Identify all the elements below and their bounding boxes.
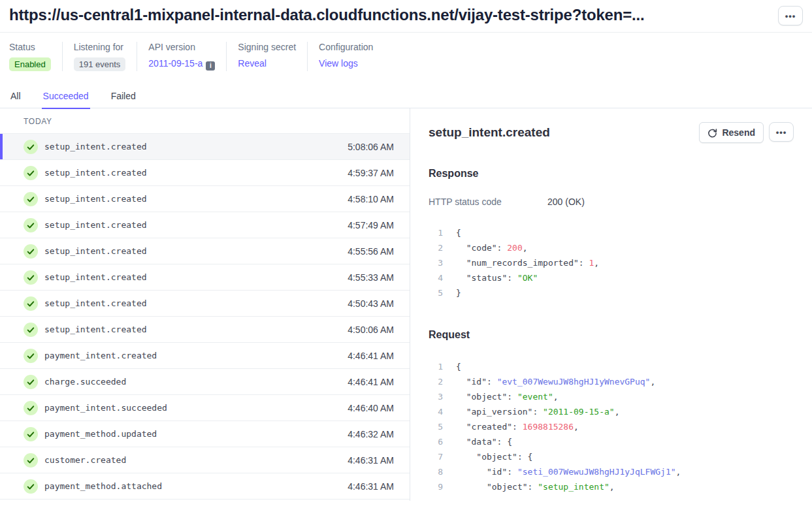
code-line: 9 "object": "setup_intent", bbox=[429, 479, 794, 494]
event-row[interactable]: setup_intent.created4:50:06 AM bbox=[0, 317, 410, 343]
filter-tabs: AllSucceededFailed bbox=[0, 82, 812, 108]
success-check-icon bbox=[24, 192, 38, 206]
selected-indicator-bar bbox=[0, 134, 3, 159]
info-icon: i bbox=[206, 61, 215, 71]
api-version-label: API version bbox=[148, 42, 215, 52]
code-text: "object": "event", bbox=[443, 389, 559, 404]
view-logs-link[interactable]: View logs bbox=[319, 58, 358, 69]
event-time: 4:55:56 AM bbox=[348, 246, 394, 257]
code-text: "id": "evt_007WewuJW8hgHJ1yWnevGPuq", bbox=[443, 374, 655, 389]
line-number: 2 bbox=[429, 374, 443, 389]
code-text: { bbox=[443, 225, 461, 240]
status-label: Status bbox=[9, 42, 51, 52]
date-section-header: TODAY bbox=[0, 108, 410, 134]
line-number: 2 bbox=[429, 240, 443, 255]
event-name: setup_intent.created bbox=[44, 298, 147, 308]
success-check-icon bbox=[24, 479, 38, 494]
meta-group-status: Status Enabled bbox=[9, 42, 62, 71]
ellipsis-icon: ••• bbox=[785, 11, 796, 21]
event-row[interactable]: payment_intent.created4:46:41 AM bbox=[0, 343, 410, 369]
event-row[interactable]: setup_intent.created4:50:43 AM bbox=[0, 291, 410, 317]
event-name: setup_intent.created bbox=[44, 272, 147, 282]
event-time: 4:46:32 AM bbox=[348, 429, 394, 439]
line-number: 7 bbox=[429, 449, 443, 464]
code-line: 2 "id": "evt_007WewuJW8hgHJ1yWnevGPuq", bbox=[429, 374, 794, 389]
code-text: { bbox=[443, 359, 461, 374]
event-row[interactable]: setup_intent.created4:57:49 AM bbox=[0, 212, 410, 238]
event-name: setup_intent.created bbox=[44, 194, 147, 204]
response-code-block: 1{2 "code": 200,3 "num_records_imported"… bbox=[429, 225, 794, 300]
event-detail-title: setup_intent.created bbox=[429, 125, 550, 140]
event-name: payment_intent.created bbox=[44, 351, 157, 360]
event-time: 4:55:33 AM bbox=[348, 272, 394, 283]
resend-button[interactable]: Resend bbox=[699, 122, 764, 143]
event-list-rows: setup_intent.created5:08:06 AMsetup_inte… bbox=[0, 134, 410, 500]
success-check-icon bbox=[24, 375, 38, 389]
meta-group-listening: Listening for 191 events bbox=[62, 42, 137, 71]
line-number: 3 bbox=[429, 389, 443, 404]
http-status-label: HTTP status code bbox=[429, 197, 547, 207]
line-number: 3 bbox=[429, 255, 443, 270]
event-row[interactable]: setup_intent.created4:58:10 AM bbox=[0, 186, 410, 212]
response-heading: Response bbox=[429, 168, 794, 180]
code-line: 3 "num_records_imported": 1, bbox=[429, 255, 794, 270]
success-check-icon bbox=[24, 401, 38, 415]
success-check-icon bbox=[24, 453, 38, 468]
event-row[interactable]: payment_method.attached4:46:31 AM bbox=[0, 473, 410, 500]
tab-succeeded[interactable]: Succeeded bbox=[42, 87, 90, 108]
line-number: 5 bbox=[429, 285, 443, 300]
request-code-block: 1{2 "id": "evt_007WewuJW8hgHJ1yWnevGPuq"… bbox=[429, 359, 794, 494]
event-time: 4:46:41 AM bbox=[348, 351, 394, 361]
code-line: 8 "id": "seti_007WewuJW8hgHJ1yJqLFWGj1", bbox=[429, 464, 794, 479]
event-name: setup_intent.created bbox=[44, 246, 147, 256]
events-count-badge[interactable]: 191 events bbox=[74, 57, 126, 71]
line-number: 6 bbox=[429, 434, 443, 449]
line-number: 1 bbox=[429, 359, 443, 374]
success-check-icon bbox=[24, 427, 38, 441]
event-time: 4:46:31 AM bbox=[348, 481, 394, 492]
code-text: "object": { bbox=[443, 449, 532, 464]
event-time: 4:46:40 AM bbox=[348, 403, 394, 413]
code-line: 5} bbox=[429, 285, 794, 300]
request-heading: Request bbox=[429, 329, 794, 341]
code-line: 2 "code": 200, bbox=[429, 240, 794, 255]
event-name: payment_intent.succeeded bbox=[44, 403, 167, 413]
event-list-panel: TODAY setup_intent.created5:08:06 AMsetu… bbox=[0, 108, 410, 501]
code-text: "created": 1698815286, bbox=[443, 419, 579, 434]
code-text: "object": "setup_intent", bbox=[443, 479, 615, 494]
api-version-value: 2011-09-15-a bbox=[148, 58, 203, 69]
api-version-link[interactable]: 2011-09-15-ai bbox=[148, 58, 215, 69]
success-check-icon bbox=[24, 244, 38, 259]
event-time: 4:58:10 AM bbox=[348, 194, 394, 204]
event-time: 4:50:43 AM bbox=[348, 298, 394, 309]
line-number: 9 bbox=[429, 479, 443, 494]
success-check-icon bbox=[24, 140, 38, 154]
page-overflow-menu-button[interactable]: ••• bbox=[778, 6, 803, 25]
event-row[interactable]: customer.created4:46:31 AM bbox=[0, 447, 410, 473]
content-split: TODAY setup_intent.created5:08:06 AMsetu… bbox=[0, 108, 812, 501]
event-name: setup_intent.created bbox=[44, 168, 147, 178]
event-time: 4:50:06 AM bbox=[348, 325, 394, 335]
reveal-secret-link[interactable]: Reveal bbox=[238, 58, 267, 69]
ellipsis-icon: ••• bbox=[776, 127, 787, 137]
event-row[interactable]: setup_intent.created4:55:56 AM bbox=[0, 238, 410, 264]
detail-overflow-menu-button[interactable]: ••• bbox=[769, 122, 794, 142]
line-number: 5 bbox=[429, 419, 443, 434]
event-row[interactable]: payment_intent.succeeded4:46:40 AM bbox=[0, 395, 410, 421]
meta-group-configuration: Configuration View logs bbox=[307, 42, 384, 71]
event-time: 4:59:37 AM bbox=[348, 168, 394, 178]
event-name: charge.succeeded bbox=[44, 377, 126, 387]
tab-failed[interactable]: Failed bbox=[110, 87, 137, 108]
event-row[interactable]: payment_method.updated4:46:32 AM bbox=[0, 421, 410, 447]
tab-all[interactable]: All bbox=[9, 87, 22, 108]
event-row[interactable]: setup_intent.created4:55:33 AM bbox=[0, 264, 410, 291]
http-status-value: 200 (OK) bbox=[547, 197, 585, 207]
success-check-icon bbox=[24, 218, 38, 232]
meta-group-signing-secret: Signing secret Reveal bbox=[226, 42, 307, 71]
event-row[interactable]: charge.succeeded4:46:41 AM bbox=[0, 369, 410, 395]
code-text: "id": "seti_007WewuJW8hgHJ1yJqLFWGj1", bbox=[443, 464, 681, 479]
code-text: "api_version": "2011-09-15-a", bbox=[443, 404, 619, 419]
event-name: setup_intent.created bbox=[44, 220, 147, 230]
event-row[interactable]: setup_intent.created4:59:37 AM bbox=[0, 160, 410, 186]
event-row[interactable]: setup_intent.created5:08:06 AM bbox=[0, 134, 410, 160]
